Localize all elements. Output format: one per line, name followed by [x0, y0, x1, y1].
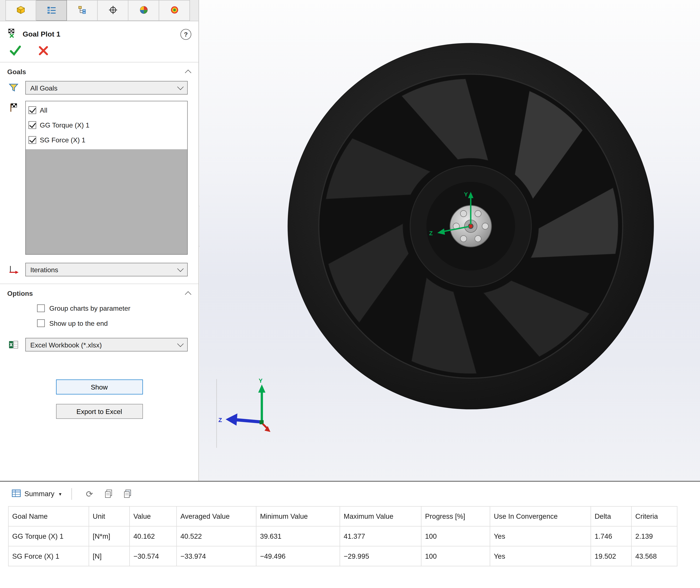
col-averaged-value: Averaged Value — [177, 506, 256, 526]
configuration-tree-icon — [78, 6, 87, 15]
table-row[interactable]: GG Torque (X) 1 [N*m] 40.162 40.522 39.6… — [8, 526, 677, 546]
goal-item-label: SG Force (X) 1 — [40, 136, 85, 144]
cell: −29.995 — [340, 546, 421, 566]
tab-feature-manager[interactable] — [6, 0, 36, 21]
crosshair-icon — [108, 5, 117, 16]
group-charts-label: Group charts by parameter — [49, 305, 130, 312]
export-to-excel-button[interactable]: Export to Excel — [56, 404, 143, 419]
cell: GG Torque (X) 1 — [8, 526, 89, 546]
abscissa-axis-icon — [7, 264, 20, 274]
col-criteria: Criteria — [632, 506, 677, 526]
cell: [N] — [89, 546, 130, 566]
cell: 2.139 — [632, 526, 677, 546]
goals-summary-table: Goal Name Unit Value Averaged Value Mini… — [8, 506, 677, 566]
col-goal-name: Goal Name — [8, 506, 89, 526]
goal-item-label: GG Torque (X) 1 — [40, 121, 89, 129]
group-charts-option[interactable]: Group charts by parameter — [0, 301, 198, 316]
triad-overlay: Y Z Y Z — [199, 0, 700, 481]
tab-configuration-manager[interactable] — [67, 0, 98, 21]
abscissa-dropdown[interactable]: Iterations — [25, 263, 188, 276]
cell: 40.522 — [177, 526, 256, 546]
chevron-down-icon — [177, 341, 184, 347]
goal-checkbox[interactable] — [28, 106, 36, 114]
graphics-viewport[interactable]: Y Z Y Z — [199, 0, 700, 481]
chevron-up-icon — [185, 69, 191, 76]
group-charts-checkbox[interactable] — [37, 305, 45, 312]
corner-y-label: Y — [259, 378, 263, 384]
goals-section-label: Goals — [7, 68, 26, 75]
tab-simulation-manager[interactable] — [159, 0, 190, 21]
tab-dimxpert-manager[interactable] — [98, 0, 129, 21]
simulation-rings-icon — [170, 5, 179, 16]
goal-checkbox[interactable] — [28, 121, 36, 129]
cell: SG Force (X) 1 — [8, 546, 89, 566]
hub-y-label: Y — [464, 191, 468, 198]
col-value: Value — [130, 506, 177, 526]
goal-item-label: All — [40, 106, 47, 114]
help-icon[interactable]: ? — [180, 29, 191, 40]
cell: −49.496 — [256, 546, 340, 566]
goal-filter-value: All Goals — [30, 84, 175, 92]
cell: 1.746 — [591, 526, 632, 546]
show-up-label: Show up to the end — [49, 320, 108, 327]
hub-z-label: Z — [429, 230, 433, 236]
col-delta: Delta — [591, 506, 632, 526]
part-cube-icon — [16, 5, 26, 16]
goals-summary-panel: Summary ▾ ⟳ — [0, 481, 700, 588]
goals-section-header[interactable]: Goals — [0, 62, 198, 79]
filter-funnel-icon — [7, 83, 20, 92]
goal-plot-icon — [7, 28, 18, 40]
summary-caret-icon[interactable]: ▾ — [59, 491, 61, 497]
export-format-value: Excel Workbook (*.xlsx) — [30, 341, 175, 349]
goal-filter-dropdown[interactable]: All Goals — [25, 81, 188, 95]
property-list-icon — [47, 6, 56, 15]
cell: −33.974 — [177, 546, 256, 566]
ok-check-icon[interactable] — [9, 45, 22, 57]
goal-list-item[interactable]: All — [26, 103, 187, 117]
cell: Yes — [490, 546, 591, 566]
options-section-label: Options — [7, 289, 33, 297]
table-header-row: Goal Name Unit Value Averaged Value Mini… — [8, 506, 677, 526]
col-minimum-value: Minimum Value — [256, 506, 340, 526]
export-format-dropdown[interactable]: Excel Workbook (*.xlsx) — [25, 338, 188, 352]
show-button[interactable]: Show — [56, 380, 143, 395]
cell: 39.631 — [256, 526, 340, 546]
col-use-in-convergence: Use In Convergence — [490, 506, 591, 526]
abscissa-value: Iterations — [30, 266, 175, 273]
summary-toolbar: Summary ▾ ⟳ — [0, 482, 700, 506]
options-section-header[interactable]: Options — [0, 284, 198, 301]
col-progress: Progress [%] — [421, 506, 490, 526]
table-row[interactable]: SG Force (X) 1 [N] −30.574 −33.974 −49.4… — [8, 546, 677, 566]
corner-z-label: Z — [218, 417, 222, 423]
summary-table-icon — [12, 489, 21, 499]
display-sphere-icon — [139, 5, 148, 16]
hub-triad: Y Z — [429, 191, 474, 236]
property-manager-panel: Goal Plot 1 ? Goals All G — [0, 0, 199, 481]
summary-view-selector[interactable]: Summary — [24, 490, 54, 498]
show-up-option[interactable]: Show up to the end — [0, 316, 198, 331]
toolbar-separator — [71, 488, 72, 500]
cell: Yes — [490, 526, 591, 546]
refresh-icon[interactable]: ⟳ — [82, 486, 97, 502]
goal-checkbox[interactable] — [28, 136, 36, 144]
solidworks-window: Goal Plot 1 ? Goals All G — [0, 0, 700, 588]
cancel-x-icon[interactable] — [38, 45, 49, 57]
col-unit: Unit — [89, 506, 130, 526]
copy-icon[interactable] — [101, 486, 116, 502]
goal-list-item[interactable]: GG Torque (X) 1 — [26, 117, 187, 132]
goal-list-item[interactable]: SG Force (X) 1 — [26, 133, 187, 147]
corner-triad: Y Z — [218, 378, 270, 432]
cell: 19.502 — [591, 546, 632, 566]
col-maximum-value: Maximum Value — [340, 506, 421, 526]
goal-list: All GG Torque (X) 1 SG Force (X) 1 — [25, 101, 188, 255]
page-title: Goal Plot 1 — [23, 30, 176, 38]
tab-display-manager[interactable] — [129, 0, 159, 21]
tab-property-manager[interactable] — [36, 0, 67, 21]
chevron-up-icon — [185, 291, 191, 298]
cell: 41.377 — [340, 526, 421, 546]
cell: 43.568 — [632, 546, 677, 566]
show-up-checkbox[interactable] — [37, 320, 45, 327]
copy-all-icon[interactable] — [120, 486, 135, 502]
cell: 40.162 — [130, 526, 177, 546]
cell: 100 — [421, 526, 490, 546]
